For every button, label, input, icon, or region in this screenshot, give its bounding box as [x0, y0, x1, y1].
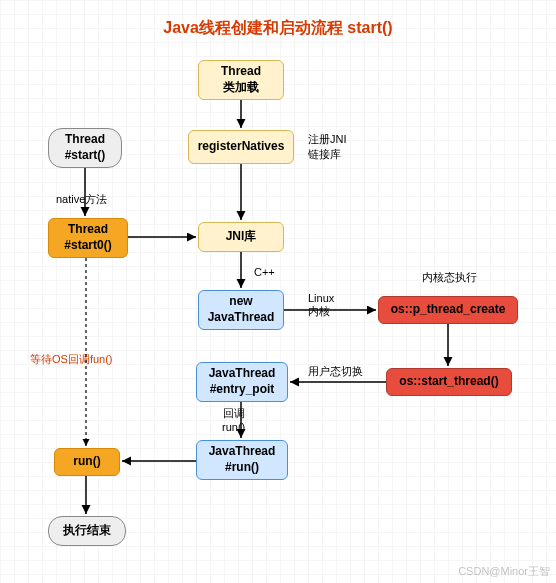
node-text: run() [73, 454, 100, 470]
node-jt-entry: JavaThread #entry_poit [196, 362, 288, 402]
label-text: 内核 [308, 304, 334, 319]
label-kernel-exec: 内核态执行 [422, 270, 477, 285]
node-text: 类加载 [223, 80, 259, 96]
diagram-title: Java线程创建和启动流程 start() [0, 18, 556, 39]
node-text: Thread [221, 64, 261, 80]
node-text: JavaThread [208, 310, 275, 326]
label-user-switch: 用户态切换 [308, 364, 363, 379]
label-text: Linux [308, 292, 334, 304]
node-run: run() [54, 448, 120, 476]
node-os-create: os::p_thread_create [378, 296, 518, 324]
node-thread-start0: Thread #start0() [48, 218, 128, 258]
label-wait-os: 等待OS回调fun() [30, 352, 113, 367]
node-text: JavaThread [209, 444, 276, 460]
node-jt-run: JavaThread #run() [196, 440, 288, 480]
label-text: 回调 [222, 406, 245, 421]
label-linux-kernel: Linux 内核 [308, 292, 334, 319]
node-os-start: os::start_thread() [386, 368, 512, 396]
node-text: registerNatives [198, 139, 285, 155]
label-text: 注册JNI [308, 132, 347, 147]
label-native-method: native方法 [56, 192, 107, 207]
watermark: CSDN@Minor王智 [458, 564, 550, 579]
node-text: Thread [68, 222, 108, 238]
node-jni-lib: JNI库 [198, 222, 284, 252]
node-text: JNI库 [226, 229, 257, 245]
node-text: #run() [225, 460, 259, 476]
node-text: 执行结束 [63, 523, 111, 539]
node-text: new [229, 294, 252, 310]
node-text: Thread [65, 132, 105, 148]
label-callback: 回调 run() [222, 406, 245, 433]
node-thread-class-load: Thread 类加载 [198, 60, 284, 100]
node-text: JavaThread [209, 366, 276, 382]
node-text: os::start_thread() [399, 374, 498, 390]
node-text: #start() [65, 148, 106, 164]
node-text: #entry_poit [210, 382, 275, 398]
node-text: os::p_thread_create [391, 302, 506, 318]
label-text: 链接库 [308, 147, 347, 162]
node-thread-start: Thread #start() [48, 128, 122, 168]
label-text: run() [222, 421, 245, 433]
node-end: 执行结束 [48, 516, 126, 546]
label-cpp: C++ [254, 266, 275, 278]
node-text: #start0() [64, 238, 111, 254]
node-register-natives: registerNatives [188, 130, 294, 164]
label-register-jni: 注册JNI 链接库 [308, 132, 347, 162]
node-new-javathread: new JavaThread [198, 290, 284, 330]
